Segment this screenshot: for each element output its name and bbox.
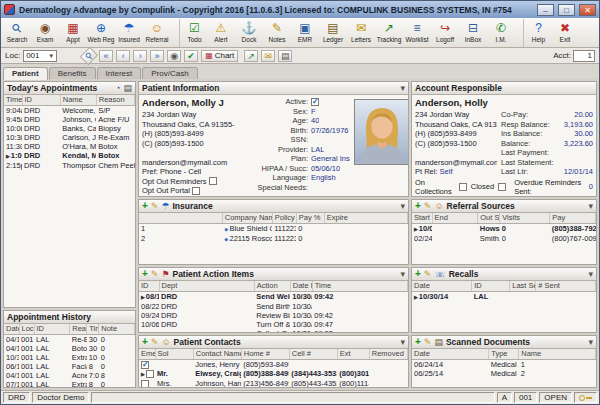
chart-button[interactable]: Chart: [201, 50, 238, 62]
toolbar-button[interactable]: ⊟ InBox: [459, 19, 487, 47]
emergency-checkbox[interactable]: [146, 370, 154, 378]
emergency-checkbox[interactable]: [141, 361, 149, 369]
toolbar-button[interactable]: ▤ Ledger: [319, 19, 347, 47]
scanned-document-row[interactable]: 06/25/14 Medical Notes 2: [412, 369, 596, 378]
tab-patient[interactable]: Patient: [3, 67, 48, 80]
history-row[interactable]: 06/17/14 001 LAL Facial Pil 8 0: [4, 362, 135, 371]
contact-row[interactable]: Jones, Henry W (805)593-8499: [139, 359, 408, 369]
appointment-row[interactable]: 9:04a DRD Welcome, Patricia S/P: [4, 105, 135, 115]
mail-small-icon[interactable]: ✉: [261, 50, 275, 62]
appointment-row[interactable]: 11:30a DRD O'Hara, Michelle Botox: [4, 142, 135, 151]
column-header[interactable]: Ext: [337, 349, 369, 359]
minimize-button[interactable]: –: [537, 4, 554, 16]
column-header[interactable]: Visits: [500, 213, 550, 223]
column-header[interactable]: Cell #: [289, 349, 337, 359]
toolbar-button[interactable]: ✆ I.M.: [487, 19, 515, 47]
recall-add-button[interactable]: [415, 269, 421, 279]
graph-icon[interactable]: ↗: [244, 50, 258, 62]
appointment-row[interactable]: 2:15p DRD Thompson, Clara A Chem Peel: [4, 161, 135, 170]
insurance-edit-button[interactable]: [151, 201, 159, 211]
column-header[interactable]: Sol: [155, 349, 193, 359]
tab-prov-cash[interactable]: Prov/Cash: [142, 67, 197, 79]
column-header[interactable]: Time: [312, 281, 407, 291]
maximize-button[interactable]: □: [558, 4, 575, 16]
column-header[interactable]: Time: [4, 95, 22, 105]
column-header[interactable]: Dept: [159, 281, 254, 291]
check-icon[interactable]: ✔: [184, 50, 198, 62]
column-header[interactable]: Time: [87, 324, 99, 334]
contact-edit-button[interactable]: [151, 337, 159, 347]
closed-checkbox[interactable]: [498, 183, 506, 191]
toolbar-button[interactable]: ⚓ Dock: [235, 19, 263, 47]
appointment-row[interactable]: 9:45a DRD Johnson, Chris Acne F/U: [4, 115, 135, 124]
active-checkbox[interactable]: [311, 98, 319, 106]
nav-last-icon[interactable]: »: [150, 50, 164, 62]
toolbar-button[interactable]: ↗ Tracking: [375, 19, 403, 47]
tab-interest[interactable]: Interest: [97, 67, 142, 79]
column-header[interactable]: [139, 213, 222, 223]
location-select[interactable]: 001 ▼: [23, 50, 57, 62]
column-header[interactable]: Name: [60, 95, 96, 105]
action-item-row[interactable]: 10/06/14 DRD Turn Off & Over Shadow Futu…: [139, 320, 408, 329]
column-header[interactable]: Out Source: [478, 213, 500, 223]
emergency-checkbox[interactable]: [141, 380, 149, 387]
toolbar-button[interactable]: ⊕ Web Reg: [87, 19, 115, 47]
panel-menu-icon[interactable]: [400, 337, 405, 347]
column-header[interactable]: Start: [412, 213, 432, 223]
toolbar-button[interactable]: ✉ Letters: [347, 19, 375, 47]
column-header[interactable]: Reason: [70, 324, 87, 334]
column-header[interactable]: Last Sent: [510, 281, 536, 291]
nav-next-icon[interactable]: ›: [133, 50, 147, 62]
panel-menu-icon[interactable]: [400, 83, 405, 93]
referral-edit-button[interactable]: [424, 201, 432, 211]
scanned-doc-add-button[interactable]: [415, 337, 421, 347]
column-header[interactable]: ID: [139, 281, 159, 291]
toolbar-button[interactable]: ▣ EMR: [291, 19, 319, 47]
column-header[interactable]: Action: [254, 281, 290, 291]
opt-out-portal-checkbox[interactable]: [192, 187, 200, 195]
history-row[interactable]: 04/15/14 001 LAL Acne F/U 7:00 8: [4, 371, 135, 380]
contact-row[interactable]: Mr. Elwsey, Craig T (805)388-8499 (384)4…: [139, 369, 408, 379]
panel-menu-icon[interactable]: [400, 201, 405, 211]
toolbar-button[interactable]: ≡ Worklist: [403, 19, 431, 47]
toolbar-button[interactable]: ☺ Referral: [143, 19, 171, 47]
recall-edit-button[interactable]: [424, 269, 432, 279]
column-header[interactable]: Expire: [324, 213, 407, 223]
column-header[interactable]: Pay: [550, 213, 596, 223]
action-item-add-button[interactable]: [142, 269, 148, 279]
column-header[interactable]: Policy #: [272, 213, 296, 223]
column-header[interactable]: Home #: [241, 349, 289, 359]
toolbar-button[interactable]: ◉ Exam: [31, 19, 59, 47]
printer-icon[interactable]: [123, 83, 132, 93]
column-header[interactable]: # Sent: [536, 281, 596, 291]
toolbar-button[interactable]: ✖ Exit: [551, 19, 579, 47]
action-item-row[interactable]: 08/19/11 DRD Send Welcome/registration F…: [139, 291, 408, 302]
column-header[interactable]: End: [432, 213, 478, 223]
appointment-row[interactable]: 10:00a DRD Banks, Carter C Biopsy: [4, 124, 135, 133]
toolbar-button[interactable]: ? Help: [523, 19, 551, 47]
column-header[interactable]: ID: [472, 281, 510, 291]
toolbar-button[interactable]: ☂ Insured: [115, 19, 143, 47]
on-collections-checkbox[interactable]: [459, 183, 467, 191]
column-header[interactable]: Date: [412, 281, 472, 291]
panel-menu-icon[interactable]: [400, 269, 405, 279]
contact-add-button[interactable]: [142, 337, 148, 347]
scanned-document-row[interactable]: 06/24/14 Medical Notes 1: [412, 359, 596, 369]
toolbar-button[interactable]: ☑ Todo: [179, 19, 207, 47]
print-icon[interactable]: ▤: [278, 50, 292, 62]
column-header[interactable]: Contact Name: [193, 349, 241, 359]
column-header[interactable]: Removed: [369, 349, 407, 359]
column-header[interactable]: Date: [4, 324, 19, 334]
opt-out-reminders-checkbox[interactable]: [209, 177, 217, 185]
action-item-edit-button[interactable]: [151, 269, 159, 279]
search-small-icon[interactable]: ⚲: [80, 46, 98, 64]
referral-add-button[interactable]: [415, 201, 421, 211]
referral-row[interactable]: 10/06/14 Howser, Doogie 0 (805)388-7921: [412, 223, 596, 234]
column-header[interactable]: Name: [519, 349, 596, 359]
history-row[interactable]: 10/30/14 001 LAL Extraction 10 0: [4, 353, 135, 362]
toolbar-button[interactable]: ▦ Appt: [59, 19, 87, 47]
insurance-add-button[interactable]: [142, 201, 148, 211]
nav-first-icon[interactable]: «: [99, 50, 113, 62]
panel-menu-icon[interactable]: [588, 201, 593, 211]
history-row[interactable]: 07/10/14 001 LAL Extraction 8 0: [4, 380, 135, 388]
